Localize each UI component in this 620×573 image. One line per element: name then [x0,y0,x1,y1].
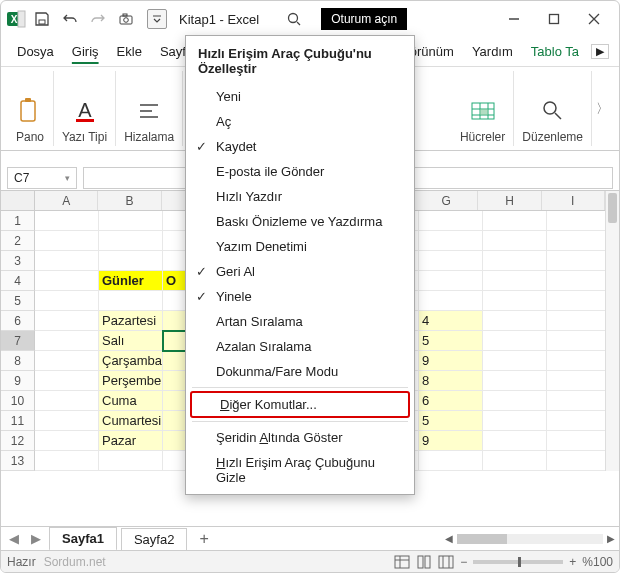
row-header-13[interactable]: 13 [1,451,35,471]
tabs-scroll-right[interactable]: ▶ [591,44,609,59]
row-header-7[interactable]: 7 [1,331,35,351]
save-icon[interactable] [29,6,55,32]
cell-G6[interactable]: 4 [419,311,483,331]
sheet-tab-1[interactable]: Sayfa1 [49,527,117,551]
menu-item-yeni[interactable]: Yeni [186,84,414,109]
svg-rect-19 [439,556,453,568]
maximize-button[interactable] [539,5,569,33]
view-page-layout-icon[interactable] [416,555,432,569]
row-header-6[interactable]: 6 [1,311,35,331]
zoom-in-button[interactable]: + [569,555,576,569]
menu-item-dokunma-fare-modu[interactable]: Dokunma/Fare Modu [186,359,414,384]
titlebar: X Kitap1 - Excel Oturum açın [1,1,619,37]
tab-home[interactable]: Giriş [66,40,105,63]
camera-icon[interactable] [113,6,139,32]
view-normal-icon[interactable] [394,555,410,569]
undo-icon[interactable] [57,6,83,32]
svg-rect-10 [25,98,31,102]
editing-icon[interactable] [538,96,568,126]
search-icon[interactable] [281,6,307,32]
menu-item-show-below-ribbon[interactable]: Şeridin Altında Göster [186,425,414,450]
row-header-11[interactable]: 11 [1,411,35,431]
menu-item-yaz-m-denetimi[interactable]: Yazım Denetimi [186,234,414,259]
cell-B10[interactable]: Cuma [99,391,163,411]
font-icon[interactable]: A [70,96,100,126]
col-header-A[interactable]: A [35,191,98,210]
menu-item-artan-s-ralama[interactable]: Artan Sıralama [186,309,414,334]
signin-button[interactable]: Oturum açın [321,8,407,30]
cell-B9[interactable]: Perşembe [99,371,163,391]
cell-G7[interactable]: 5 [419,331,483,351]
col-header-I[interactable]: I [542,191,605,210]
cell-G10[interactable]: 6 [419,391,483,411]
row-header-12[interactable]: 12 [1,431,35,451]
select-all-cell[interactable] [1,191,35,211]
svg-rect-2 [18,11,25,27]
row-header-2[interactable]: 2 [1,231,35,251]
menu-item-e-posta-ile-g-nder[interactable]: E-posta ile Gönder [186,159,414,184]
ribbon-overflow[interactable]: 〉 [592,96,613,122]
ribbon-group-font: A Yazı Tipi [54,71,116,146]
menu-item-h-zl-yazd-r[interactable]: Hızlı Yazdır [186,184,414,209]
menu-item-more-commands[interactable]: Diğer Komutlar... [190,391,410,418]
horizontal-scrollbar[interactable]: ◀▶ [445,533,615,545]
col-header-H[interactable]: H [478,191,541,210]
ribbon-group-clipboard: Pano [7,71,54,146]
add-sheet-button[interactable]: + [191,530,216,548]
row-header-8[interactable]: 8 [1,351,35,371]
qat-customize-menu: Hızlı Erişim Araç Çubuğu'nu Özelleştir Y… [185,35,415,495]
cell-B11[interactable]: Cumartesi [99,411,163,431]
cell-B7[interactable]: Salı [99,331,163,351]
menu-item-hide-qat[interactable]: Hızlı Erişim Araç Çubuğunu Gizle [186,450,414,490]
cell-G8[interactable]: 9 [419,351,483,371]
zoom-slider[interactable] [473,560,563,564]
svg-rect-3 [39,20,45,24]
tab-insert[interactable]: Ekle [111,40,148,63]
cell-G12[interactable]: 9 [419,431,483,451]
view-page-break-icon[interactable] [438,555,454,569]
menu-item-yinele[interactable]: Yinele [186,284,414,309]
menu-item-bask-nizleme-ve-yazd-rma[interactable]: Baskı Önizleme ve Yazdırma [186,209,414,234]
row-header-1[interactable]: 1 [1,211,35,231]
cells-icon[interactable] [468,96,498,126]
row-header-9[interactable]: 9 [1,371,35,391]
tab-file[interactable]: Dosya [11,40,60,63]
svg-rect-8 [550,15,559,24]
row-header-3[interactable]: 3 [1,251,35,271]
row-headers[interactable]: 12345678910111213 [1,211,35,471]
cell-B6[interactable]: Pazartesi [99,311,163,331]
zoom-value[interactable]: %100 [582,555,613,569]
paste-icon[interactable] [15,96,45,126]
alignment-icon[interactable] [134,96,164,126]
cell-B4[interactable]: Günler [99,271,163,291]
cell-B8[interactable]: Çarşamba [99,351,163,371]
name-box[interactable]: C7▾ [7,167,77,189]
sheet-nav-next[interactable]: ▶ [27,531,45,546]
row-header-5[interactable]: 5 [1,291,35,311]
sheet-tab-2[interactable]: Sayfa2 [121,528,187,550]
qat-customize-button[interactable] [147,9,167,29]
vertical-scrollbar[interactable] [605,191,619,471]
sheet-nav-prev[interactable]: ◀ [5,531,23,546]
menu-item-geri-al[interactable]: Geri Al [186,259,414,284]
close-button[interactable] [579,5,609,33]
menu-item-a-[interactable]: Aç [186,109,414,134]
minimize-button[interactable] [499,5,529,33]
cell-G9[interactable]: 8 [419,371,483,391]
row-header-4[interactable]: 4 [1,271,35,291]
svg-point-15 [544,102,556,114]
excel-icon: X [5,8,27,30]
tab-table-design[interactable]: Tablo Ta [525,40,585,63]
col-header-B[interactable]: B [98,191,161,210]
cell-G11[interactable]: 5 [419,411,483,431]
menu-item-azalan-s-ralama[interactable]: Azalan Sıralama [186,334,414,359]
zoom-out-button[interactable]: − [460,555,467,569]
menu-item-kaydet[interactable]: Kaydet [186,134,414,159]
svg-rect-6 [123,14,127,16]
col-header-G[interactable]: G [415,191,478,210]
row-header-10[interactable]: 10 [1,391,35,411]
cell-B12[interactable]: Pazar [99,431,163,451]
redo-icon[interactable] [85,6,111,32]
tab-help[interactable]: Yardım [466,40,519,63]
ribbon-group-alignment: Hizalama [116,71,183,146]
